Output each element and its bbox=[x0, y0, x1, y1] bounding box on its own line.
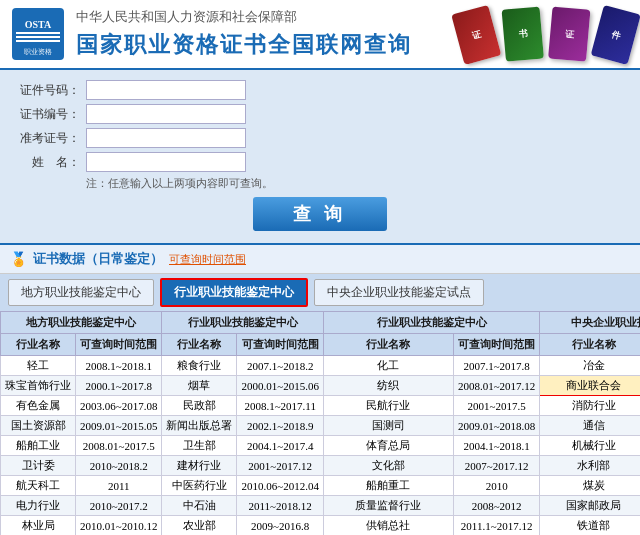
table-cell: 铁道部 bbox=[540, 516, 640, 536]
col-time-range-1: 可查询时间范围 bbox=[76, 334, 162, 356]
table-cell: 2007~2017.12 bbox=[453, 456, 539, 476]
table-cell: 水利部 bbox=[540, 456, 640, 476]
col-time-range-3: 可查询时间范围 bbox=[453, 334, 539, 356]
svg-text:OSTA: OSTA bbox=[25, 19, 52, 30]
table-cell: 有色金属 bbox=[1, 396, 76, 416]
table-cell: 2009.01~2018.08 bbox=[453, 416, 539, 436]
cert-time-range-link[interactable]: 可查询时间范围 bbox=[169, 252, 246, 267]
search-button[interactable]: 查 询 bbox=[253, 197, 386, 231]
table-cell: 文化部 bbox=[323, 456, 453, 476]
table-cell: 国土资源部 bbox=[1, 416, 76, 436]
table-header-row: 地方职业技能鉴定中心 行业职业技能鉴定中心 行业职业技能鉴定中心 中央企业职业技… bbox=[1, 312, 641, 334]
svg-rect-3 bbox=[16, 36, 60, 38]
cert-icon: 🏅 bbox=[10, 251, 27, 268]
table-cell: 2011.1~2017.12 bbox=[453, 516, 539, 536]
cert-input[interactable] bbox=[86, 104, 246, 124]
exam-input[interactable] bbox=[86, 128, 246, 148]
table-cell: 粮食行业 bbox=[162, 356, 237, 376]
id-input[interactable] bbox=[86, 80, 246, 100]
ministry-name: 中华人民共和国人力资源和社会保障部 bbox=[76, 8, 412, 26]
tab-industry[interactable]: 行业职业技能鉴定中心 bbox=[160, 278, 308, 307]
svg-rect-2 bbox=[16, 32, 60, 34]
table-cell: 民政部 bbox=[162, 396, 237, 416]
field-label-exam: 准考证号： bbox=[20, 130, 80, 147]
svg-rect-4 bbox=[16, 40, 60, 42]
table-row: 电力行业2010~2017.2中石油2011~2018.12质量监督行业2008… bbox=[1, 496, 641, 516]
table-cell: 2002.1~2018.9 bbox=[237, 416, 323, 436]
col-group-industry: 行业职业技能鉴定中心 bbox=[162, 312, 323, 334]
table-cell: 2009.01~2015.05 bbox=[76, 416, 162, 436]
table-row: 轻工2008.1~2018.1粮食行业2007.1~2018.2化工2007.1… bbox=[1, 356, 641, 376]
cert-section-title: 证书数据（日常鉴定） bbox=[33, 250, 163, 268]
data-table-wrapper: 地方职业技能鉴定中心 行业职业技能鉴定中心 行业职业技能鉴定中心 中央企业职业技… bbox=[0, 311, 640, 535]
table-row: 卫计委2010~2018.2建材行业2001~2017.12文化部2007~20… bbox=[1, 456, 641, 476]
table-row: 有色金属2003.06~2017.08民政部2008.1~2017.11民航行业… bbox=[1, 396, 641, 416]
table-row: 林业局2010.01~2010.12农业部2009~2016.8供销总社2011… bbox=[1, 516, 641, 536]
form-fields: 证件号码： 证书编号： 准考证号： 姓 名： 注：任意输入以上两项内容即可查询。… bbox=[20, 80, 620, 231]
table-cell: 中石油 bbox=[162, 496, 237, 516]
data-table: 地方职业技能鉴定中心 行业职业技能鉴定中心 行业职业技能鉴定中心 中央企业职业技… bbox=[0, 311, 640, 535]
table-cell: 2007.1~2018.2 bbox=[237, 356, 323, 376]
card-red: 证 bbox=[451, 5, 501, 65]
table-cell: 商业联合会 bbox=[540, 376, 640, 396]
card-green: 书 bbox=[502, 7, 544, 62]
table-cell: 冶金 bbox=[540, 356, 640, 376]
table-cell: 2008~2012 bbox=[453, 496, 539, 516]
table-cell: 船舶工业 bbox=[1, 436, 76, 456]
tab-local[interactable]: 地方职业技能鉴定中心 bbox=[8, 279, 154, 306]
table-cell: 新闻出版总署 bbox=[162, 416, 237, 436]
osta-logo: OSTA 职业资格 bbox=[12, 8, 64, 60]
table-cell: 2008.01~2017.12 bbox=[453, 376, 539, 396]
table-cell: 2001~2017.12 bbox=[237, 456, 323, 476]
site-title: 国家职业资格证书全国联网查询 bbox=[76, 30, 412, 60]
table-cell: 消防行业 bbox=[540, 396, 640, 416]
table-cell: 2004.1~2017.4 bbox=[237, 436, 323, 456]
col-industry-name-4: 行业名称 bbox=[540, 334, 640, 356]
table-cell: 卫生部 bbox=[162, 436, 237, 456]
table-cell: 体育总局 bbox=[323, 436, 453, 456]
table-cell: 化工 bbox=[323, 356, 453, 376]
table-cell: 2004.1~2018.1 bbox=[453, 436, 539, 456]
table-row: 珠宝首饰行业2000.1~2017.8烟草2000.01~2015.06纺织20… bbox=[1, 376, 641, 396]
field-label-name: 姓 名： bbox=[20, 154, 80, 171]
table-cell: 建材行业 bbox=[162, 456, 237, 476]
header-text: 中华人民共和国人力资源和社会保障部 国家职业资格证书全国联网查询 bbox=[76, 8, 412, 60]
table-cell: 供销总社 bbox=[323, 516, 453, 536]
table-cell: 通信 bbox=[540, 416, 640, 436]
tab-central[interactable]: 中央企业职业技能鉴定试点 bbox=[314, 279, 484, 306]
table-cell: 2011~2018.12 bbox=[237, 496, 323, 516]
table-body: 轻工2008.1~2018.1粮食行业2007.1~2018.2化工2007.1… bbox=[1, 356, 641, 536]
col-group-industry2: 行业职业技能鉴定中心 bbox=[323, 312, 539, 334]
table-cell: 2008.1~2018.1 bbox=[76, 356, 162, 376]
col-group-central: 中央企业职业技能鉴定试点 bbox=[540, 312, 640, 334]
table-cell: 珠宝首饰行业 bbox=[1, 376, 76, 396]
cert-data-section: 🏅 证书数据（日常鉴定） 可查询时间范围 地方职业技能鉴定中心 行业职业技能鉴定… bbox=[0, 243, 640, 535]
name-input[interactable] bbox=[86, 152, 246, 172]
card-purple: 证 bbox=[548, 7, 590, 62]
table-cell: 卫计委 bbox=[1, 456, 76, 476]
svg-text:职业资格: 职业资格 bbox=[24, 48, 52, 56]
table-cell: 2010 bbox=[453, 476, 539, 496]
table-cell: 船舶重工 bbox=[323, 476, 453, 496]
table-cell: 电力行业 bbox=[1, 496, 76, 516]
table-cell: 质量监督行业 bbox=[323, 496, 453, 516]
table-cell: 国家邮政局 bbox=[540, 496, 640, 516]
field-row-exam: 准考证号： bbox=[20, 128, 620, 148]
search-form-section: 证件号码： 证书编号： 准考证号： 姓 名： 注：任意输入以上两项内容即可查询。… bbox=[0, 70, 640, 243]
table-cell: 2000.1~2017.8 bbox=[76, 376, 162, 396]
col-industry-name-3: 行业名称 bbox=[323, 334, 453, 356]
table-cell: 农业部 bbox=[162, 516, 237, 536]
card-blue: 件 bbox=[591, 5, 640, 65]
table-cell: 2007.1~2017.8 bbox=[453, 356, 539, 376]
field-label-cert: 证书编号： bbox=[20, 106, 80, 123]
table-cell: 航天科工 bbox=[1, 476, 76, 496]
page-header: OSTA 职业资格 中华人民共和国人力资源和社会保障部 国家职业资格证书全国联网… bbox=[0, 0, 640, 70]
col-time-range-2: 可查询时间范围 bbox=[237, 334, 323, 356]
table-row: 国土资源部2009.01~2015.05新闻出版总署2002.1~2018.9国… bbox=[1, 416, 641, 436]
table-cell: 烟草 bbox=[162, 376, 237, 396]
table-cell: 煤炭 bbox=[540, 476, 640, 496]
certificate-cards: 证 书 证 件 bbox=[464, 8, 628, 60]
table-cell: 2008.01~2017.5 bbox=[76, 436, 162, 456]
tab-row: 地方职业技能鉴定中心 行业职业技能鉴定中心 中央企业职业技能鉴定试点 bbox=[0, 274, 640, 311]
col-group-local: 地方职业技能鉴定中心 bbox=[1, 312, 162, 334]
